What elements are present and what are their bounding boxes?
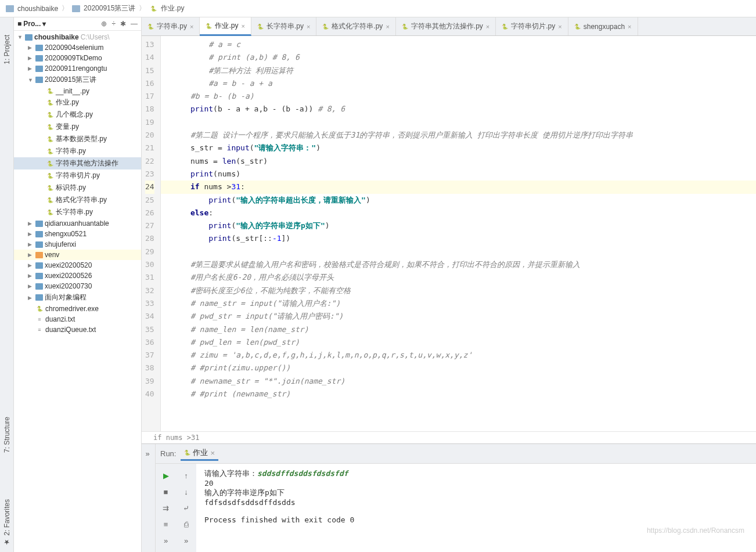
tree-row[interactable]: ▶20200909TkDemo [14, 53, 141, 63]
run-tabbar: Run: 🐍 作业 × [156, 444, 756, 464]
close-icon[interactable]: × [628, 23, 631, 30]
folder-icon [35, 262, 43, 269]
tree-row[interactable]: ▶shujufenxi [14, 239, 141, 250]
run-toolbar: ▶↑ ■↓ ⇉⤶ ≡⎙ »» [156, 464, 196, 552]
python-icon: 🐍 [46, 208, 54, 217]
tree-root[interactable]: ▼ choushibaike C:\Users\ [14, 32, 141, 42]
file-icon: ≡ [35, 315, 44, 323]
python-icon: 🐍 [322, 24, 329, 30]
run-panel: » Run: 🐍 作业 × ▶↑ ■↓ [142, 443, 756, 552]
breadcrumb-folder[interactable]: 20200915第三讲 [84, 3, 135, 13]
tree-row[interactable]: 🐍__init__.py [14, 86, 141, 96]
tree-row[interactable]: ▶20200904selenium [14, 42, 141, 53]
python-icon: 🐍 [46, 135, 54, 143]
editor-tab[interactable]: 🐍格式化字符串.py× [316, 17, 395, 35]
tree-row[interactable]: ≡duanzi.txt [14, 314, 141, 324]
editor-area: 🐍字符串.py×🐍作业.py×🐍长字符串.py×🐍格式化字符串.py×🐍字符串其… [142, 17, 756, 552]
close-icon[interactable]: × [210, 449, 215, 457]
tree-row[interactable]: 🐍变量.py [14, 121, 141, 133]
chevron-right-icon: 〉 [139, 3, 146, 13]
python-icon: 🐍 [402, 24, 408, 30]
filter-icon[interactable]: ≡ [160, 518, 172, 530]
tree-row[interactable]: 🐍长字符串.py [14, 206, 141, 218]
close-icon[interactable]: × [386, 23, 389, 30]
tree-row[interactable]: ▶面向对象编程 [14, 291, 141, 304]
breadcrumb-file[interactable]: 作业.py [161, 3, 184, 13]
wrap-icon[interactable]: ⤶ [181, 502, 192, 514]
folder-icon [35, 77, 43, 83]
breadcrumb: choushibaike 〉 20200915第三讲 〉 🐍 作业.py [0, 0, 756, 17]
more-icon[interactable]: » [160, 535, 172, 546]
tree-row[interactable]: ≡duanziQueue.txt [14, 324, 141, 335]
file-icon: ≡ [35, 326, 44, 334]
tree-row[interactable]: ▶xuexi20200730 [14, 281, 141, 291]
code-breadcrumb[interactable]: if nums >31 [142, 431, 756, 443]
folder-icon [35, 294, 43, 301]
tree-row[interactable]: 🐍字符串其他方法操作 [14, 157, 141, 169]
sidebar-title[interactable]: ■ Pro... ▾ [17, 20, 46, 28]
collapse-icon[interactable]: ÷ [111, 20, 116, 28]
editor-tab[interactable]: 🐍字符串其他方法操作.py× [396, 17, 496, 35]
down-icon[interactable]: ↓ [181, 486, 192, 497]
more-icon[interactable]: » [181, 535, 192, 546]
tree-row[interactable]: ▶xuexi20200526 [14, 270, 141, 281]
editor-tab[interactable]: 🐍长字符串.py× [251, 17, 316, 35]
close-icon[interactable]: × [307, 23, 310, 30]
close-icon[interactable]: × [558, 23, 561, 30]
more-icon[interactable]: » [142, 448, 153, 459]
hide-icon[interactable]: — [131, 20, 138, 28]
tree-row[interactable]: 🐍格式化字符串.py [14, 194, 141, 206]
tab-structure[interactable]: 7: Structure [1, 411, 13, 459]
folder-icon [35, 252, 43, 258]
close-icon[interactable]: × [241, 23, 244, 30]
python-icon: 🐍 [46, 196, 54, 204]
tree-row[interactable]: ▶venv [14, 250, 141, 260]
run-output[interactable]: 请输入字符串：sddsdffdsddsfdsdsfdf 20 输入的字符串逆序p… [196, 464, 362, 552]
python-icon: 🐍 [46, 147, 54, 156]
code-editor[interactable]: 1314151617181920212223242526272829303132… [142, 36, 756, 431]
tree-row[interactable]: ▶qidianxuanhuantable [14, 218, 141, 229]
folder-icon [6, 5, 14, 12]
tree-row[interactable]: ▶20200911rengongtu [14, 63, 141, 74]
tree-row[interactable]: ▶xuexi20200520 [14, 260, 141, 270]
tree-row[interactable]: 🐍字符串切片.py [14, 169, 141, 182]
folder-icon [35, 273, 43, 279]
target-icon[interactable]: ⊕ [101, 20, 107, 28]
tree-row[interactable]: ▼20200915第三讲 [14, 74, 141, 86]
tab-favorites[interactable]: ★ 2: Favorites [1, 493, 13, 552]
run-tab[interactable]: 🐍 作业 × [181, 446, 218, 461]
code-content[interactable]: # a = c # print (a,b) # 8, 6 #第二种方法 利用运算… [161, 36, 756, 431]
breadcrumb-root[interactable]: choushibaike [17, 5, 58, 13]
tree-row[interactable]: 🐍作业.py [14, 96, 141, 109]
tree-row[interactable]: 🐍基本数据类型.py [14, 133, 141, 145]
python-icon: 🐍 [46, 172, 54, 180]
gear-icon[interactable]: ✱ [120, 20, 126, 28]
editor-tab[interactable]: 🐍字符串.py× [142, 17, 200, 35]
python-icon: 🐍 [46, 160, 54, 168]
tree-row[interactable]: 🐍字符串.py [14, 145, 141, 157]
stop-icon[interactable]: ■ [160, 486, 172, 497]
editor-tab[interactable]: 🐍作业.py× [200, 17, 251, 36]
close-icon[interactable]: × [190, 23, 193, 30]
folder-icon [35, 45, 43, 51]
tab-project[interactable]: 1: Project [1, 29, 13, 70]
sidebar-header: ■ Pro... ▾ ⊕ ÷ ✱ — [14, 17, 141, 31]
tree-row[interactable]: 🐍标识符.py [14, 182, 141, 194]
tree-row[interactable]: ▶shengxu0521 [14, 229, 141, 239]
chevron-right-icon: 〉 [62, 3, 69, 13]
tree-row[interactable]: 🐍chromedriver.exe [14, 304, 141, 314]
project-sidebar: ■ Pro... ▾ ⊕ ÷ ✱ — ▼ choushibaike C:\Use… [14, 17, 142, 552]
tree-row[interactable]: 🐍几个概念.py [14, 109, 141, 121]
folder-icon [25, 34, 33, 41]
print-icon[interactable]: ⎙ [181, 518, 192, 530]
editor-tab[interactable]: 🐍shengxupach× [568, 17, 638, 35]
layout-icon[interactable]: ⇉ [160, 502, 172, 514]
project-tree[interactable]: ▼ choushibaike C:\Users\ ▶20200904seleni… [14, 31, 141, 552]
python-icon: 🐍 [46, 123, 54, 131]
close-icon[interactable]: × [486, 23, 489, 30]
up-icon[interactable]: ↑ [181, 470, 192, 481]
line-gutter: 1314151617181920212223242526272829303132… [142, 36, 161, 431]
editor-tab[interactable]: 🐍字符串切片.py× [496, 17, 568, 35]
play-icon[interactable]: ▶ [160, 470, 172, 481]
folder-icon [35, 221, 43, 227]
